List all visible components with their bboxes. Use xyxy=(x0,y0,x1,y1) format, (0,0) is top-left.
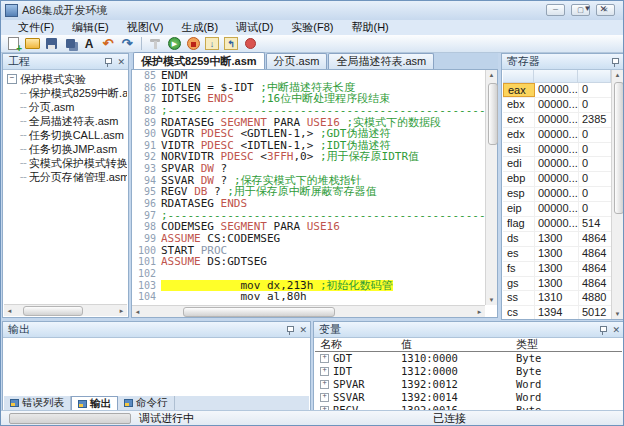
scroll-up-icon[interactable]: ▲ xyxy=(486,72,497,78)
save-all-icon[interactable] xyxy=(61,36,79,52)
redo-icon[interactable]: ↷ xyxy=(118,36,136,52)
menu-item-生成(B)[interactable]: 生成(B) xyxy=(172,20,227,35)
register-row[interactable]: ecx00000...2385 xyxy=(503,113,611,128)
close-icon[interactable]: ✕ xyxy=(117,57,125,67)
line-number: 101 xyxy=(132,256,161,268)
scroll-right-icon[interactable]: ► xyxy=(116,308,127,314)
project-file-item[interactable]: ╌无分页存储管理.asm xyxy=(7,170,127,184)
scroll-left-icon[interactable]: ◄ xyxy=(132,309,143,315)
pin-icon[interactable] xyxy=(599,325,607,335)
register-row[interactable]: eip00000...0 xyxy=(503,202,611,217)
menu-item-编辑(E)[interactable]: 编辑(E) xyxy=(63,20,118,35)
registers-header-cell xyxy=(578,70,611,82)
save-icon[interactable] xyxy=(42,36,60,52)
step-into-icon[interactable] xyxy=(203,36,221,52)
code-text[interactable]: ASSUME DS:GDTSEG xyxy=(161,256,267,268)
close-document-icon[interactable]: ✕ xyxy=(599,4,607,14)
variable-row[interactable]: +SSVAR1392:0014Word xyxy=(315,391,622,404)
register-row[interactable]: edi00000...0 xyxy=(503,157,611,172)
register-row[interactable]: gs13004864 xyxy=(503,277,611,292)
register-row[interactable]: ds13004864 xyxy=(503,232,611,247)
project-file-item[interactable]: ╌实模式保护模式转换 xyxy=(7,156,127,170)
pin-icon[interactable] xyxy=(611,57,619,67)
expand-icon[interactable]: + xyxy=(320,380,329,389)
bottom-tab-输出[interactable]: 输出 xyxy=(71,396,118,410)
undo-icon[interactable]: ↶ xyxy=(99,36,117,52)
code-line[interactable]: 101ASSUME DS:GDTSEG xyxy=(132,256,485,268)
editor-h-scrollbar[interactable]: ◄ ► xyxy=(132,305,485,317)
register-row[interactable]: fs13004864 xyxy=(503,262,611,277)
scroll-right-icon[interactable]: ► xyxy=(474,309,485,315)
code-area[interactable]: 85ENDM86IDTLEN = $-IDT ;中断描述符表长度87IDTSEG… xyxy=(132,70,485,305)
new-file-icon[interactable] xyxy=(4,36,22,52)
menu-item-帮助(H)[interactable]: 帮助(H) xyxy=(343,20,398,35)
registers-panel: 寄存器 eax00000...0ebx00000...0ecx00000...2… xyxy=(501,53,624,320)
menu-item-文件(F)[interactable]: 文件(F) xyxy=(9,20,63,35)
expand-icon[interactable]: + xyxy=(320,393,329,402)
register-hex-value: 1300 xyxy=(535,277,579,291)
register-row[interactable]: es13004864 xyxy=(503,247,611,262)
expand-icon[interactable]: + xyxy=(320,367,329,376)
editor-v-scrollbar[interactable]: ▲ ▼ xyxy=(485,70,497,305)
project-h-scrollbar[interactable]: ◄ ► xyxy=(4,304,127,316)
register-row[interactable]: flag00000...514 xyxy=(503,217,611,232)
editor-tab[interactable]: 分页.asm xyxy=(266,53,328,69)
project-file-item[interactable]: ╌保护模式8259中断.asm xyxy=(7,86,127,100)
pin-icon[interactable] xyxy=(104,57,112,67)
close-icon[interactable]: ✕ xyxy=(299,325,307,335)
open-icon[interactable] xyxy=(23,36,41,52)
scroll-up-icon[interactable]: ▲ xyxy=(612,72,623,78)
minimize-button[interactable]: ─ xyxy=(546,4,565,16)
panel-tab-icon xyxy=(124,399,133,407)
register-row[interactable]: ss13104880 xyxy=(503,291,611,306)
register-name: ss xyxy=(503,291,535,305)
menu-item-调试(D)[interactable]: 调试(D) xyxy=(227,20,282,35)
stop-icon[interactable] xyxy=(184,36,202,52)
scroll-left-icon[interactable]: ◄ xyxy=(4,308,15,314)
variable-row[interactable]: +GDT1310:0000Byte xyxy=(315,352,622,365)
code-line[interactable]: 104 mov al,80h xyxy=(132,291,485,303)
editor-tab[interactable]: 全局描述符表.asm xyxy=(328,53,434,69)
bottom-tab-命令行[interactable]: 命令行 xyxy=(118,396,175,410)
line-number: 102 xyxy=(132,268,161,280)
register-row[interactable]: esp00000...0 xyxy=(503,187,611,202)
menu-item-实验(F8)[interactable]: 实验(F8) xyxy=(282,20,342,35)
project-file-item[interactable]: ╌分页.asm xyxy=(7,100,127,114)
font-icon[interactable]: A xyxy=(80,36,98,52)
project-file-item[interactable]: ╌任务切换CALL.asm xyxy=(7,128,127,142)
register-dec-value: 2385 xyxy=(579,113,611,127)
run-icon[interactable] xyxy=(165,36,183,52)
build-icon[interactable] xyxy=(146,36,164,52)
register-row[interactable]: ebx00000...0 xyxy=(503,98,611,113)
variable-row[interactable]: +SPVAR1392:0012Word xyxy=(315,378,622,391)
record-icon[interactable] xyxy=(241,36,259,52)
bottom-tab-错误列表[interactable]: 错误列表 xyxy=(4,396,71,410)
editor-tab[interactable]: 保护模式8259中断.asm xyxy=(133,52,265,69)
pin-icon[interactable] xyxy=(286,325,294,335)
register-row[interactable]: esi00000...0 xyxy=(503,143,611,158)
register-row[interactable]: edx00000...0 xyxy=(503,128,611,143)
tab-list-dropdown-icon[interactable]: ▼ xyxy=(584,4,592,14)
close-icon[interactable]: ✕ xyxy=(612,325,620,335)
step-out-icon[interactable] xyxy=(222,36,240,52)
variable-name-cell: +IDT xyxy=(315,365,398,378)
register-row[interactable]: ebp00000...0 xyxy=(503,172,611,187)
expand-icon[interactable]: + xyxy=(320,354,329,363)
project-root-item[interactable]: −保护模式实验 xyxy=(7,72,127,86)
code-editor[interactable]: 85ENDM86IDTLEN = $-IDT ;中断描述符表长度87IDTSEG… xyxy=(131,69,498,318)
menu-item-视图(V)[interactable]: 视图(V) xyxy=(118,20,173,35)
variable-row[interactable]: +IDT1312:0000Byte xyxy=(315,365,622,378)
register-dec-value: 0 xyxy=(579,157,611,171)
bottom-tab-label: 输出 xyxy=(90,397,111,411)
collapse-icon[interactable]: − xyxy=(7,74,17,84)
register-row[interactable]: eax00000...0 xyxy=(503,83,611,98)
scroll-down-icon[interactable]: ▼ xyxy=(612,311,623,317)
scroll-down-icon[interactable]: ▼ xyxy=(486,297,497,303)
registers-v-scrollbar[interactable]: ▲ ▼ xyxy=(611,70,623,319)
variables-panel-title: 变量 xyxy=(319,322,341,337)
project-file-item[interactable]: ╌任务切换JMP.asm xyxy=(7,142,127,156)
register-row[interactable]: cs13945012 xyxy=(503,306,611,319)
code-text[interactable]: mov al,80h xyxy=(161,291,307,303)
tree-branch-line: ╌ xyxy=(20,87,27,100)
project-file-item[interactable]: ╌全局描述符表.asm xyxy=(7,114,127,128)
